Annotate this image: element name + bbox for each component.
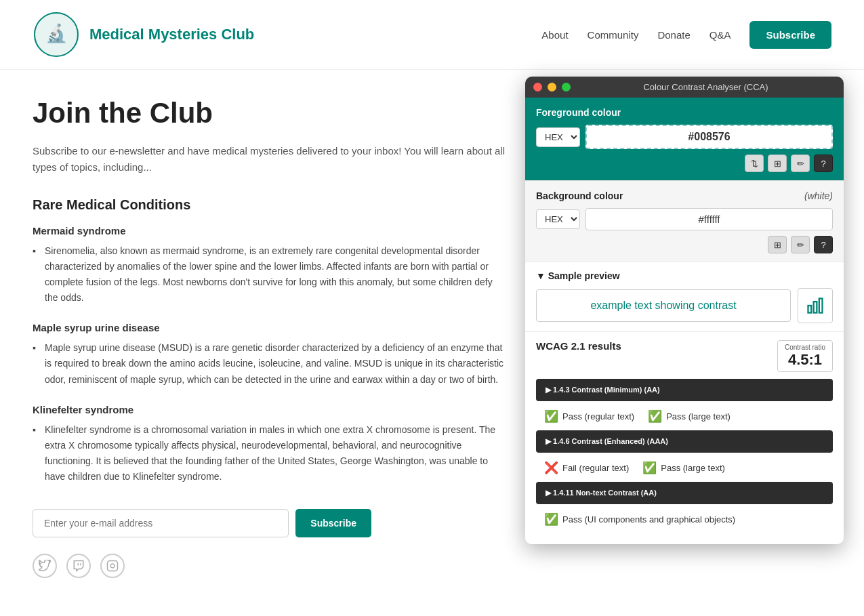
- bg-label: Background colour: [536, 190, 623, 201]
- email-subscribe-row: Subscribe: [33, 509, 371, 537]
- preview-inner: example text showing contrast: [536, 288, 833, 323]
- svg-rect-5: [814, 302, 817, 312]
- wcag-1-results: ✅ Pass (regular text) ✅ Pass (large text…: [536, 405, 833, 430]
- bg-header-row: Background colour (white): [536, 190, 833, 201]
- bg-format-select[interactable]: HEX: [536, 209, 580, 229]
- condition-title-1: Mermaid syndrome: [33, 225, 507, 237]
- logo-area: 🔬 Medical Mysteries Club: [33, 11, 254, 58]
- bg-tools: ⊞ ✏ ?: [536, 230, 833, 255]
- wcag-1-label: ▶ 1.4.3 Contrast (Minimum) (AA): [546, 386, 660, 394]
- wcag-3-result-a-label: Pass (UI components and graphical object…: [562, 514, 735, 525]
- contrast-ratio-value: 4.5:1: [785, 351, 825, 369]
- condition-desc-3: Klinefelter syndrome is a chromosomal va…: [33, 422, 507, 485]
- bg-adjust-icon[interactable]: ⊞: [768, 236, 787, 253]
- wcag-accordion-2[interactable]: ▶ 1.4.6 Contrast (Enhanced) (AAA): [536, 430, 833, 453]
- wcag-2-result-b-label: Pass (large text): [661, 463, 725, 473]
- fg-label: Foreground colour: [536, 107, 833, 118]
- wcag-2-result-a-label: Fail (regular text): [562, 463, 629, 473]
- preview-header: ▼ Sample preview: [536, 270, 833, 281]
- pass-icon-1b: ✅: [648, 409, 662, 424]
- fail-icon-2a: ❌: [544, 461, 558, 475]
- wcag-3-result-a: ✅ Pass (UI components and graphical obje…: [544, 512, 735, 527]
- fg-help-icon[interactable]: ?: [814, 155, 833, 172]
- fg-input-row: HEX: [536, 125, 833, 149]
- wcag-2-result-b: ✅ Pass (large text): [642, 461, 725, 475]
- pass-icon-3a: ✅: [544, 512, 558, 527]
- wcag-3-label: ▶ 1.4.11 Non-text Contrast (AA): [546, 489, 657, 497]
- fg-hex-input[interactable]: [585, 125, 833, 149]
- preview-label: ▼ Sample preview: [536, 270, 620, 281]
- condition-mermaid: Mermaid syndrome Sirenomelia, also known…: [33, 225, 507, 306]
- svg-rect-4: [808, 306, 812, 313]
- window-maximize-btn[interactable]: [562, 83, 571, 91]
- wcag-1-result-a: ✅ Pass (regular text): [544, 409, 634, 424]
- svg-text:🔬: 🔬: [45, 22, 68, 44]
- cca-titlebar: Colour Contrast Analyser (CCA): [525, 77, 844, 98]
- bg-eyedropper-icon[interactable]: ✏: [791, 236, 810, 253]
- condition-title-3: Klinefelter syndrome: [33, 404, 507, 415]
- nav-donate[interactable]: Donate: [657, 29, 690, 41]
- preview-chart-button[interactable]: [798, 288, 833, 323]
- site-header: 🔬 Medical Mysteries Club About Community…: [0, 0, 864, 70]
- cca-body: Foreground colour HEX ⇅ ⊞ ✏ ? Backgrou: [525, 98, 844, 544]
- main-content: Join the Club Subscribe to our e-newslet…: [0, 70, 864, 605]
- wcag-accordion-3[interactable]: ▶ 1.4.11 Non-text Contrast (AA): [536, 482, 833, 504]
- wcag-2-results: ❌ Fail (regular text) ✅ Pass (large text…: [536, 457, 833, 482]
- header-subscribe-button[interactable]: Subscribe: [749, 21, 831, 49]
- cca-window: Colour Contrast Analyser (CCA) Foregroun…: [525, 77, 844, 544]
- condition-klinefelter: Klinefelter syndrome Klinefelter syndrom…: [33, 404, 507, 485]
- fg-eyedropper-icon[interactable]: ✏: [791, 155, 810, 172]
- nav-about[interactable]: About: [541, 29, 568, 41]
- condition-desc-2: Maple syrup urine disease (MSUD) is a ra…: [33, 340, 507, 387]
- wcag-1-result-a-label: Pass (regular text): [562, 411, 634, 422]
- email-input[interactable]: [33, 509, 289, 537]
- preview-section: ▼ Sample preview example text showing co…: [525, 262, 844, 331]
- twitch-icon[interactable]: [66, 554, 91, 578]
- fg-adjust-icon[interactable]: ⊞: [768, 155, 787, 172]
- wcag-section: WCAG 2.1 results Contrast ratio 4.5:1 ▶ …: [525, 331, 844, 544]
- nav-community[interactable]: Community: [588, 29, 639, 41]
- cca-window-title: Colour Contrast Analyser (CCA): [576, 82, 836, 92]
- svg-rect-2: [108, 561, 118, 571]
- wcag-1-result-b-label: Pass (large text): [666, 411, 731, 422]
- preview-text-box: example text showing contrast: [536, 289, 791, 322]
- condition-title-2: Maple syrup urine disease: [33, 322, 507, 333]
- bg-white-label: (white): [804, 190, 833, 201]
- nav-qa[interactable]: Q&A: [709, 29, 731, 41]
- pass-icon-2b: ✅: [642, 461, 657, 475]
- social-icons-row: [33, 554, 831, 578]
- wcag-label: WCAG 2.1 results: [536, 340, 621, 352]
- bg-input-row: HEX: [536, 208, 833, 230]
- condition-msud: Maple syrup urine disease Maple syrup ur…: [33, 322, 507, 387]
- bg-hex-input[interactable]: [585, 208, 833, 230]
- window-close-btn[interactable]: [533, 83, 542, 91]
- bg-section: Background colour (white) HEX ⊞ ✏ ?: [525, 180, 844, 262]
- fg-format-select[interactable]: HEX: [536, 127, 580, 147]
- wcag-header-row: WCAG 2.1 results Contrast ratio 4.5:1: [536, 340, 833, 372]
- email-subscribe-button[interactable]: Subscribe: [295, 509, 371, 537]
- intro-text: Subscribe to our e-newsletter and have m…: [33, 143, 507, 176]
- logo-title: Medical Mysteries Club: [89, 26, 254, 43]
- contrast-ratio-box: Contrast ratio 4.5:1: [777, 340, 833, 372]
- logo-icon: 🔬: [33, 11, 80, 58]
- fg-tools: ⇅ ⊞ ✏ ?: [536, 149, 833, 173]
- wcag-1-result-b: ✅ Pass (large text): [648, 409, 731, 424]
- wcag-3-results: ✅ Pass (UI components and graphical obje…: [536, 508, 833, 533]
- contrast-ratio-title: Contrast ratio: [785, 344, 825, 351]
- fg-section: Foreground colour HEX ⇅ ⊞ ✏ ?: [525, 98, 844, 180]
- fg-swap-icon[interactable]: ⇅: [745, 155, 764, 172]
- instagram-icon[interactable]: [100, 554, 125, 578]
- wcag-2-result-a: ❌ Fail (regular text): [544, 461, 629, 475]
- svg-rect-6: [819, 299, 823, 313]
- preview-text: example text showing contrast: [590, 300, 736, 311]
- pass-icon-1a: ✅: [544, 409, 558, 424]
- bg-help-icon[interactable]: ?: [814, 236, 833, 253]
- window-minimize-btn[interactable]: [548, 83, 556, 91]
- wcag-accordion-1[interactable]: ▶ 1.4.3 Contrast (Minimum) (AA): [536, 379, 833, 401]
- condition-desc-1: Sirenomelia, also known as mermaid syndr…: [33, 243, 507, 306]
- main-nav: About Community Donate Q&A Subscribe: [541, 21, 831, 49]
- wcag-2-label: ▶ 1.4.6 Contrast (Enhanced) (AAA): [546, 437, 668, 446]
- twitter-icon[interactable]: [33, 554, 57, 578]
